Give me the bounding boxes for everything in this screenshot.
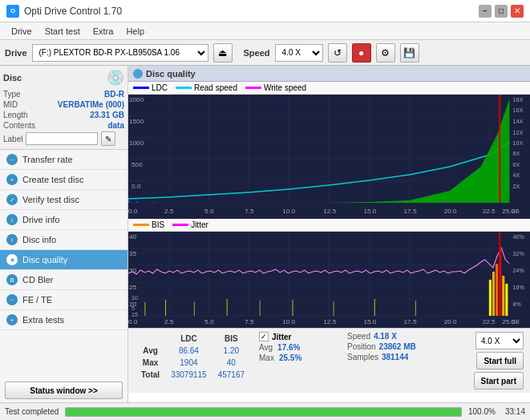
start-full-button[interactable]: Start full bbox=[476, 352, 524, 370]
legend-bis: BIS bbox=[133, 220, 164, 229]
bottom-chart: 0.0 2.5 5.0 7.5 10.0 12.5 15.0 17.5 20.0… bbox=[128, 232, 530, 328]
sidebar-item-verify-test-disc[interactable]: ✓ Verify test disc bbox=[0, 190, 127, 210]
disc-length-row: Length 23.31 GB bbox=[3, 111, 124, 119]
menu-start-test[interactable]: Start test bbox=[38, 25, 87, 38]
status-bar: Test completed 100.0% 33:14 bbox=[0, 402, 530, 420]
svg-text:8X: 8X bbox=[513, 151, 520, 156]
sidebar-item-disc-info[interactable]: i Disc info bbox=[0, 230, 127, 250]
stats-header-ldc: LDC bbox=[166, 333, 212, 344]
window-controls: − □ ✕ bbox=[479, 5, 524, 18]
disc-icon: 💿 bbox=[107, 69, 124, 87]
svg-rect-71 bbox=[194, 301, 195, 316]
disc-type-value: BD-R bbox=[104, 90, 124, 99]
menu-bar: Drive Start test Extra Help bbox=[0, 22, 530, 40]
disc-section: Disc 💿 Type BD-R MID VERBATIMe (000) Len… bbox=[0, 66, 127, 150]
drive-select[interactable]: (F:) PLEXTOR BD-R PX-LB950SA 1.06 bbox=[32, 44, 208, 62]
disc-mid-label: MID bbox=[3, 100, 18, 109]
samples-row: Samples 381144 bbox=[347, 353, 435, 361]
sidebar-item-extra-tests[interactable]: + Extra tests bbox=[0, 310, 127, 330]
sidebar-label-fe-te: FE / TE bbox=[22, 295, 52, 305]
status-text: Test completed bbox=[5, 407, 59, 416]
sidebar-label-extra-tests: Extra tests bbox=[22, 315, 64, 325]
svg-rect-18 bbox=[128, 200, 130, 203]
stats-bar: LDC BIS Avg 86.64 1.20 Max 1904 40 Total… bbox=[128, 328, 530, 393]
speed-val: 4.18 X bbox=[374, 332, 397, 341]
jitter-max-row: Max 25.5% bbox=[259, 353, 339, 362]
maximize-button[interactable]: □ bbox=[495, 5, 508, 18]
svg-rect-73 bbox=[260, 301, 261, 316]
svg-text:GB: GB bbox=[511, 208, 520, 214]
svg-text:6X: 6X bbox=[513, 162, 520, 168]
disc-quality-icon: ★ bbox=[6, 254, 18, 265]
svg-text:30: 30 bbox=[129, 267, 137, 274]
sidebar-item-fe-te[interactable]: ~ FE / TE bbox=[0, 290, 127, 310]
drive-info-icon: i bbox=[6, 214, 18, 225]
svg-text:16%: 16% bbox=[513, 285, 525, 290]
menu-extra[interactable]: Extra bbox=[87, 25, 120, 38]
stats-total-bis: 457167 bbox=[213, 370, 249, 380]
stats-header-bis: BIS bbox=[213, 333, 249, 344]
sidebar-label-transfer-rate: Transfer rate bbox=[22, 155, 73, 164]
jitter-avg-label: Avg bbox=[259, 343, 273, 352]
svg-text:2X: 2X bbox=[513, 184, 520, 189]
legend-read-speed-label: Read speed bbox=[194, 83, 237, 92]
svg-text:14X: 14X bbox=[513, 119, 524, 124]
disc-label-input[interactable] bbox=[26, 132, 98, 145]
speed-label: Speed bbox=[244, 48, 270, 58]
sidebar-label-verify-test-disc: Verify test disc bbox=[22, 195, 79, 204]
sidebar-label-drive-info: Drive info bbox=[22, 215, 59, 224]
svg-text:12.5: 12.5 bbox=[323, 318, 336, 325]
toolbar: Drive (F:) PLEXTOR BD-R PX-LB950SA 1.06 … bbox=[0, 40, 530, 66]
speed-select-toolbar[interactable]: 4.0 X bbox=[275, 44, 323, 62]
sidebar-item-cd-bler[interactable]: B CD Bler bbox=[0, 270, 127, 290]
sidebar-label-cd-bler: CD Bler bbox=[22, 275, 54, 285]
disc-mid-value: VERBATIMe (000) bbox=[58, 100, 124, 109]
samples-key: Samples bbox=[347, 353, 378, 361]
chart-title-bar: Disc quality bbox=[128, 66, 530, 82]
save-button[interactable]: 💾 bbox=[400, 43, 419, 63]
start-part-button[interactable]: Start part bbox=[474, 372, 524, 390]
disc-type-row: Type BD-R bbox=[3, 90, 124, 99]
title-bar: O Opti Drive Control 1.70 − □ ✕ bbox=[0, 0, 530, 22]
stats-avg-label: Avg bbox=[136, 345, 164, 356]
menu-help[interactable]: Help bbox=[119, 25, 151, 38]
fe-te-icon: ~ bbox=[6, 294, 18, 305]
jitter-avg-value: 17.6% bbox=[277, 343, 300, 352]
sidebar-item-create-test-disc[interactable]: + Create test disc bbox=[0, 170, 127, 190]
svg-text:18X: 18X bbox=[513, 97, 524, 103]
menu-drive[interactable]: Drive bbox=[5, 25, 38, 38]
close-button[interactable]: ✕ bbox=[511, 5, 524, 18]
legend-write-speed-color bbox=[245, 87, 261, 89]
status-window-button[interactable]: Status window >> bbox=[5, 382, 123, 399]
top-chart-svg: 0.0 2.5 5.0 7.5 10.0 12.5 15.0 17.5 20.0… bbox=[128, 95, 530, 219]
sidebar-item-transfer-rate[interactable]: → Transfer rate bbox=[0, 150, 127, 170]
drive-label: Drive bbox=[5, 48, 27, 58]
svg-rect-72 bbox=[227, 299, 228, 316]
status-time: 33:14 bbox=[505, 407, 525, 416]
test-speed-select[interactable]: 4.0 X bbox=[475, 332, 524, 349]
stats-total-ldc: 33079115 bbox=[166, 370, 212, 380]
cd-bler-icon: B bbox=[6, 274, 18, 285]
disc-mid-row: MID VERBATIMe (000) bbox=[3, 100, 124, 109]
eject-button[interactable]: ⏏ bbox=[213, 43, 233, 63]
settings-button[interactable]: ⚙ bbox=[376, 43, 395, 63]
disc-label-edit-button[interactable]: ✎ bbox=[101, 131, 115, 146]
minimize-button[interactable]: − bbox=[479, 5, 492, 18]
position-key: Position bbox=[347, 342, 376, 351]
svg-text:2.5: 2.5 bbox=[164, 318, 174, 325]
disc-info-icon: i bbox=[6, 234, 18, 245]
svg-text:0.0: 0.0 bbox=[128, 318, 138, 325]
legend-top: LDC Read speed Write speed bbox=[128, 82, 530, 95]
start-buttons-section: 4.0 X Start full Start part bbox=[474, 332, 524, 390]
disc-button[interactable]: ● bbox=[352, 43, 371, 63]
progress-bar-container bbox=[65, 407, 462, 417]
svg-text:5.0: 5.0 bbox=[204, 318, 214, 325]
svg-text:40%: 40% bbox=[513, 234, 525, 240]
refresh-button[interactable]: ↺ bbox=[328, 43, 347, 63]
legend-bis-label: BIS bbox=[152, 220, 164, 229]
sidebar-item-drive-info[interactable]: i Drive info bbox=[0, 210, 127, 230]
svg-text:15: 15 bbox=[131, 312, 138, 317]
jitter-checkbox[interactable]: ✓ bbox=[259, 332, 269, 341]
sidebar-item-disc-quality[interactable]: ★ Disc quality bbox=[0, 250, 127, 270]
svg-text:7.5: 7.5 bbox=[245, 318, 254, 325]
